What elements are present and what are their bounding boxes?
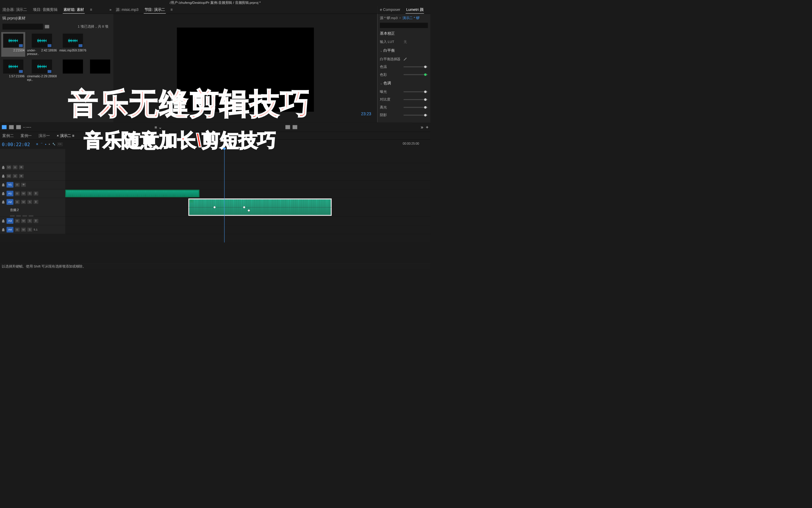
tab-sequence[interactable]: 案例一	[20, 132, 32, 139]
track-target[interactable]: A3	[6, 218, 13, 224]
tab-sequence[interactable]: 演示一	[38, 132, 50, 139]
bin-item[interactable]: under-pressur..2:42:18936	[27, 32, 58, 57]
tab-lumetri[interactable]: Lumetri 颜	[406, 6, 424, 13]
linked-selection-icon[interactable]: ▸	[45, 142, 46, 146]
add-icon[interactable]: +	[426, 124, 428, 130]
lut-value[interactable]: 无	[403, 40, 407, 44]
eye-icon[interactable]: 👁	[19, 174, 24, 178]
lut-label: 输入 LUT	[380, 40, 401, 44]
lumetri-panel: e Composer Lumetri 颜 源 * 锣.mp3 › 演示二 * 锣…	[378, 6, 430, 123]
shadows-slider[interactable]	[403, 115, 428, 116]
track-target[interactable]: A2	[6, 199, 13, 205]
audio-wave-icon	[8, 38, 18, 44]
track-label[interactable]: V3	[6, 165, 11, 169]
toggle-output-icon[interactable]: ⊟	[13, 174, 17, 178]
toggle-output-icon[interactable]: ⊟	[15, 192, 20, 196]
solo-button[interactable]: S	[27, 200, 32, 204]
exposure-slider[interactable]	[403, 91, 428, 92]
audio-wave-icon	[37, 64, 47, 70]
lock-icon[interactable]	[1, 192, 5, 195]
marker-icon[interactable]: ●	[48, 142, 50, 146]
icon-view-icon[interactable]	[293, 125, 297, 129]
search-input[interactable]	[2, 24, 43, 30]
audio-clip-selected[interactable]: fx	[188, 199, 332, 216]
temp-label: 色温	[380, 65, 401, 69]
tab-composer[interactable]: e Composer	[379, 6, 401, 13]
chevron-right-icon[interactable]: »	[421, 124, 423, 130]
bin-item[interactable]: misic.mp359:33876	[59, 32, 87, 57]
tab-program[interactable]: 节目: 演示二	[144, 6, 166, 13]
lock-icon[interactable]	[1, 166, 5, 169]
toggle-output-icon[interactable]: ⊟	[15, 182, 20, 187]
contrast-slider[interactable]	[403, 99, 428, 100]
freeform-icon[interactable]	[285, 125, 290, 129]
audio-wave-icon	[37, 38, 47, 44]
mute-button[interactable]: M	[21, 192, 26, 196]
mute-button[interactable]: M	[21, 200, 26, 204]
temp-slider[interactable]	[403, 67, 428, 67]
wrench-icon[interactable]: 🔧	[52, 142, 55, 146]
tab-source[interactable]: 源: misic.mp3	[115, 6, 139, 13]
tab-sequence[interactable]: 案例二	[2, 132, 14, 139]
highlights-slider[interactable]	[403, 107, 428, 108]
tab-sequence-active[interactable]: × 演示二 ≡	[56, 132, 75, 139]
lock-icon[interactable]	[1, 228, 5, 231]
lock-icon[interactable]	[1, 174, 5, 178]
tab-project[interactable]: 项目: 音频剪辑	[32, 6, 58, 13]
toggle-output-icon[interactable]: ⊟	[13, 165, 17, 169]
track-target[interactable]: A4	[6, 227, 13, 232]
eye-icon[interactable]: 👁	[21, 182, 26, 187]
breadcrumb: 辑.prproj\素材	[0, 14, 113, 23]
lock-icon[interactable]	[1, 183, 5, 186]
tint-slider[interactable]	[403, 74, 428, 75]
bin-item[interactable]: 1:57:21996	[1, 58, 25, 83]
track-label[interactable]: V2	[6, 174, 11, 178]
tab-equals-icon[interactable]: ≡	[89, 6, 93, 13]
mute-button[interactable]: M	[21, 219, 26, 223]
audio-clip[interactable]	[65, 190, 199, 197]
toggle-output-icon[interactable]: ⊟	[15, 200, 20, 204]
lock-icon[interactable]	[1, 200, 5, 204]
toggle-output-icon[interactable]: ⊟	[15, 227, 20, 232]
solo-button[interactable]: S	[27, 219, 32, 223]
nest-icon[interactable]: ⊞	[36, 142, 38, 146]
mic-icon[interactable]: 🎙	[34, 200, 38, 204]
new-item-icon[interactable]	[2, 125, 6, 129]
mute-button[interactable]: M	[21, 227, 26, 232]
eye-icon[interactable]: 👁	[19, 165, 24, 169]
timeline-tracks[interactable]: V3 ⊟ 👁 V2 ⊟ 👁 V1 ⊟ 👁 A1 ⊟ M S 🎙 A1	[0, 149, 430, 243]
lumetri-sequence-link[interactable]: 演示二 * 锣	[402, 15, 420, 20]
slider-icon[interactable]	[16, 125, 21, 129]
eyedropper-icon[interactable]	[403, 58, 407, 61]
snap-icon[interactable]: ⌒	[41, 142, 43, 146]
bin-item[interactable]	[59, 58, 87, 83]
toggle-output-icon[interactable]: ⊟	[15, 219, 20, 223]
solo-button[interactable]: S	[27, 227, 32, 232]
channel-format: 5.1	[34, 228, 37, 231]
hd-badge-icon	[19, 44, 23, 47]
tab-equals-icon[interactable]: ≡	[171, 7, 173, 12]
mic-icon[interactable]: 🎙	[34, 192, 38, 196]
shadows-label: 阴影	[380, 113, 401, 118]
tab-bin[interactable]: 素材箱: 素材	[62, 6, 85, 13]
white-balance-heading[interactable]: ⌄ 白平衡	[378, 46, 430, 55]
solo-button[interactable]: S	[27, 192, 32, 196]
list-view-icon[interactable]	[9, 125, 14, 129]
bin-item[interactable]: cinematic-epi..2:29:28908	[27, 58, 58, 83]
lock-icon[interactable]	[1, 219, 5, 222]
track-target[interactable]: V1	[6, 182, 13, 187]
folder-icon[interactable]	[45, 25, 49, 29]
mic-icon[interactable]: 🎙	[34, 219, 38, 223]
playhead[interactable]	[224, 149, 225, 243]
ruler-label: 00:00:25:00	[403, 142, 419, 145]
cc-icon[interactable]: CC	[58, 142, 63, 146]
hd-badge-icon	[19, 70, 23, 73]
overflow-icon[interactable]: »	[109, 7, 111, 12]
track-target[interactable]: A1	[6, 190, 13, 196]
bin-item[interactable]: 2:21504	[1, 32, 25, 57]
tone-heading[interactable]: ⌄ 色调	[378, 79, 430, 88]
bin-item[interactable]	[88, 58, 112, 83]
tab-audio-mixer[interactable]: 混合器: 演示二	[2, 6, 28, 13]
fx-input[interactable]	[380, 23, 428, 28]
playhead-timecode[interactable]: 0:00:22:02	[2, 142, 30, 147]
